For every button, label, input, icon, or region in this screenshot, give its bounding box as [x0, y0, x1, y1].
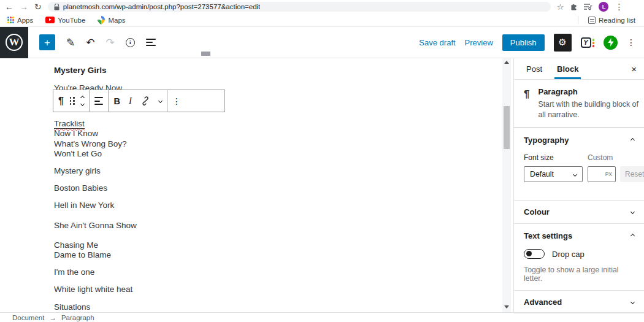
- details-info-icon[interactable]: i: [126, 38, 135, 47]
- paragraph-icon: ¶: [524, 88, 529, 120]
- tools-pencil-icon[interactable]: ✎: [66, 37, 75, 48]
- breadcrumb-paragraph[interactable]: Paragraph: [61, 314, 94, 321]
- preview-button[interactable]: Preview: [465, 38, 493, 47]
- forward-icon[interactable]: →: [20, 2, 28, 11]
- more-formats-button[interactable]: [159, 99, 162, 102]
- ui-fragment: [201, 52, 210, 56]
- typography-title: Typography: [524, 136, 569, 145]
- settings-gear-button[interactable]: ⚙: [554, 34, 572, 52]
- redo-icon[interactable]: ↷: [106, 37, 115, 48]
- text-settings-title: Text settings: [524, 231, 572, 240]
- media-controls-icon[interactable]: [584, 3, 592, 10]
- editor-options-icon[interactable]: ⋮: [627, 38, 635, 47]
- wp-editor-toolbar: W + ✎ ↶ ↷ i Save draft Preview Publish ⚙…: [0, 27, 644, 58]
- bold-button[interactable]: B: [113, 96, 120, 106]
- editor-canvas[interactable]: Mystery Girls You're Ready Now ¶: [0, 58, 513, 312]
- reading-list-icon: [588, 17, 596, 24]
- track-line[interactable]: Now I Know: [54, 129, 98, 138]
- url-text: planetmosh.com/wp-admin/post.php?post=27…: [63, 3, 261, 10]
- undo-icon[interactable]: ↶: [86, 37, 94, 48]
- tab-block[interactable]: Block: [554, 58, 581, 79]
- breadcrumb-document[interactable]: Document: [12, 314, 44, 321]
- settings-sidebar: Post Block × ¶ Paragraph Start with the …: [513, 58, 644, 312]
- italic-button[interactable]: I: [129, 96, 132, 106]
- colour-panel-header[interactable]: Colour: [514, 200, 644, 223]
- block-options-button[interactable]: ⋮: [172, 96, 181, 106]
- reload-icon[interactable]: ↻: [34, 2, 42, 11]
- youtube-icon: [45, 17, 55, 23]
- block-mover[interactable]: [81, 96, 84, 105]
- tracklist-heading[interactable]: Tracklist: [54, 119, 85, 129]
- track-line[interactable]: Dame to Blame: [54, 250, 111, 259]
- back-icon[interactable]: ←: [5, 2, 13, 11]
- paragraph-block[interactable]: Boston Babies: [54, 183, 107, 193]
- reset-button[interactable]: Reset: [620, 166, 644, 182]
- w-logo-icon: W: [6, 34, 23, 51]
- align-button[interactable]: [94, 97, 103, 105]
- block-type-paragraph-button[interactable]: ¶: [58, 96, 64, 107]
- jetpack-button[interactable]: [604, 36, 618, 50]
- tracklist-block[interactable]: Tracklist Now I Know What's Wrong Boy? W…: [54, 119, 127, 159]
- post-paragraph-heading[interactable]: Mystery Girls: [54, 66, 107, 75]
- text-settings-header[interactable]: Text settings: [524, 231, 634, 240]
- link-button[interactable]: [140, 96, 150, 106]
- maps-pin-icon: [98, 16, 105, 25]
- sidebar-tabs: Post Block ×: [514, 58, 644, 80]
- block-card-description: Start with the building block of all nar…: [538, 99, 639, 120]
- paragraph-block[interactable]: She Ain't Gonna Show: [54, 221, 137, 231]
- publish-button[interactable]: Publish: [502, 34, 545, 51]
- save-draft-button[interactable]: Save draft: [419, 38, 455, 47]
- drag-handle-icon[interactable]: [70, 97, 75, 105]
- align-left-icon: [94, 97, 103, 105]
- track-line[interactable]: Won't Let Go: [54, 149, 102, 158]
- advanced-panel-header[interactable]: Advanced: [514, 290, 644, 313]
- move-down-icon[interactable]: [80, 102, 85, 106]
- apps-grid-icon: [7, 17, 14, 23]
- drop-cap-toggle[interactable]: [524, 249, 545, 259]
- custom-size-label: Custom: [588, 153, 644, 162]
- paragraph-block[interactable]: I'm the one: [54, 267, 94, 277]
- colour-title: Colour: [524, 207, 550, 217]
- bookmark-star-icon[interactable]: ☆: [557, 3, 564, 11]
- paragraph-block[interactable]: Situations: [54, 302, 90, 312]
- track-line[interactable]: Chasing Me: [54, 240, 98, 250]
- paragraph-block[interactable]: Chasing Me Dame to Blame: [54, 240, 111, 261]
- editor-scrollbar[interactable]: [502, 58, 511, 312]
- extensions-icon[interactable]: [570, 3, 578, 11]
- chevron-down-icon: [573, 172, 577, 177]
- address-bar[interactable]: planetmosh.com/wp-admin/post.php?post=27…: [48, 2, 551, 12]
- move-up-icon[interactable]: [80, 96, 85, 100]
- bookmark-maps[interactable]: Maps: [98, 16, 125, 25]
- bookmark-youtube-label: YouTube: [58, 17, 85, 24]
- profile-avatar[interactable]: L: [599, 2, 608, 12]
- paragraph-block[interactable]: Hell in New York: [54, 201, 114, 210]
- typography-panel-header[interactable]: Typography: [524, 136, 634, 145]
- list-view-icon[interactable]: [146, 39, 156, 45]
- paragraph-block[interactable]: White light white heat: [54, 285, 132, 294]
- reading-list-button[interactable]: Reading list: [588, 17, 635, 24]
- browser-toolbar: ← → ↻ planetmosh.com/wp-admin/post.php?p…: [0, 0, 644, 13]
- wordpress-logo[interactable]: W: [0, 27, 28, 58]
- yoast-seo-button[interactable]: Y: [581, 37, 595, 48]
- font-size-select[interactable]: Default: [524, 166, 583, 182]
- track-line[interactable]: What's Wrong Boy?: [54, 139, 127, 148]
- add-block-button[interactable]: +: [39, 34, 55, 50]
- scroll-up-arrow[interactable]: [504, 61, 509, 64]
- chevron-up-icon: [631, 138, 635, 142]
- yoast-trafficlight-icon: [592, 39, 595, 48]
- bookmark-apps[interactable]: Apps: [7, 17, 33, 24]
- scrollbar-thumb[interactable]: [504, 106, 510, 149]
- bookmarks-bar: Apps YouTube Maps Reading list: [0, 13, 644, 27]
- custom-size-field[interactable]: PX: [588, 166, 616, 182]
- text-settings-panel: Text settings Drop cap Toggle to show a …: [514, 223, 644, 290]
- paragraph-block[interactable]: Mystery girls: [54, 166, 101, 176]
- custom-size-input[interactable]: [591, 170, 605, 178]
- font-size-label: Font size: [524, 153, 583, 162]
- close-sidebar-icon[interactable]: ×: [631, 64, 637, 74]
- advanced-title: Advanced: [524, 297, 562, 307]
- browser-menu-icon[interactable]: ⋮: [615, 2, 623, 11]
- tab-post[interactable]: Post: [524, 58, 545, 79]
- jetpack-bolt-icon: [607, 38, 615, 47]
- bookmark-youtube[interactable]: YouTube: [45, 17, 85, 24]
- scroll-down-arrow[interactable]: [504, 305, 509, 309]
